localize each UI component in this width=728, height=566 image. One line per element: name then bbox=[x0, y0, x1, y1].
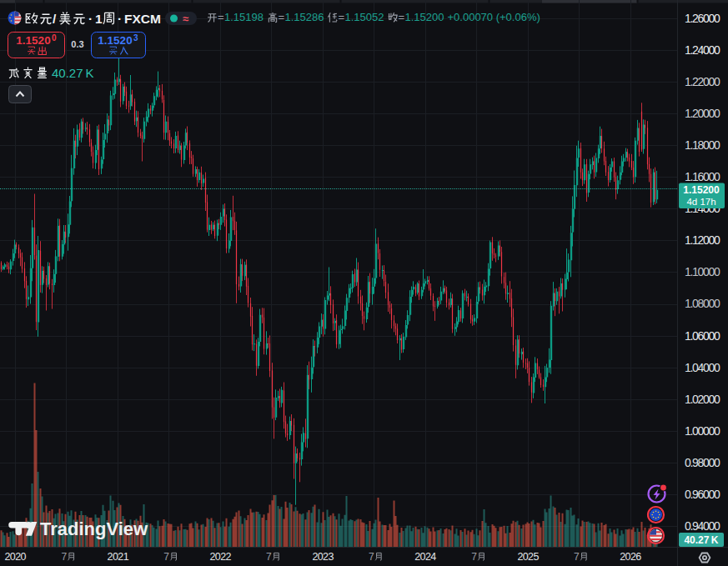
svg-text:TradingView: TradingView bbox=[40, 518, 148, 539]
svg-text:40.27 K: 40.27 K bbox=[684, 534, 718, 546]
svg-text:7: 7 bbox=[266, 551, 272, 563]
svg-text:2021: 2021 bbox=[108, 551, 129, 563]
svg-text:0.96000: 0.96000 bbox=[685, 488, 720, 501]
svg-text:=: = bbox=[399, 11, 405, 23]
svg-text:2023: 2023 bbox=[312, 551, 334, 563]
svg-text:2026: 2026 bbox=[620, 551, 641, 563]
svg-text:1.20000: 1.20000 bbox=[685, 107, 720, 120]
svg-text:1: 1 bbox=[95, 12, 103, 26]
svg-text:1.02000: 1.02000 bbox=[685, 393, 720, 406]
svg-text:1.24000: 1.24000 bbox=[685, 43, 720, 57]
svg-text:7: 7 bbox=[471, 551, 477, 563]
svg-text:1.15200: 1.15200 bbox=[405, 11, 444, 23]
svg-text:1.1520: 1.1520 bbox=[98, 34, 132, 47]
svg-text:1.12000: 1.12000 bbox=[685, 233, 720, 247]
svg-text:=: = bbox=[339, 11, 345, 23]
svg-text:·: · bbox=[88, 12, 93, 26]
svg-text:1.15198: 1.15198 bbox=[224, 11, 264, 23]
svg-text:1.15052: 1.15052 bbox=[345, 11, 384, 23]
svg-text:3: 3 bbox=[133, 33, 138, 43]
svg-text:0.94000: 0.94000 bbox=[685, 519, 720, 533]
svg-text:1.26000: 1.26000 bbox=[685, 12, 720, 25]
svg-text:2022: 2022 bbox=[209, 551, 231, 563]
svg-text:7: 7 bbox=[163, 551, 169, 563]
svg-text:1.16000: 1.16000 bbox=[685, 170, 720, 183]
svg-text:0: 0 bbox=[52, 33, 57, 43]
svg-text:=: = bbox=[218, 11, 224, 23]
svg-text:7: 7 bbox=[61, 551, 67, 563]
svg-text:0.98000: 0.98000 bbox=[685, 456, 720, 469]
svg-text:1.15286: 1.15286 bbox=[285, 11, 324, 23]
svg-text:=: = bbox=[279, 11, 285, 23]
svg-text:1.04000: 1.04000 bbox=[685, 361, 720, 374]
svg-text:2024: 2024 bbox=[414, 551, 436, 563]
svg-text:2020: 2020 bbox=[4, 551, 26, 563]
svg-text:1.15200: 1.15200 bbox=[683, 184, 720, 196]
svg-text:1.08000: 1.08000 bbox=[685, 297, 720, 310]
svg-text:2025: 2025 bbox=[517, 551, 539, 563]
svg-text:·: · bbox=[118, 12, 122, 26]
svg-text:+0.00070 (+0.06%): +0.00070 (+0.06%) bbox=[448, 11, 540, 23]
svg-text:/: / bbox=[53, 12, 57, 26]
svg-text:0.3: 0.3 bbox=[71, 39, 83, 49]
svg-text:7: 7 bbox=[574, 551, 580, 563]
svg-text:1.22000: 1.22000 bbox=[685, 75, 720, 88]
svg-text:1.06000: 1.06000 bbox=[685, 329, 720, 343]
svg-text:FXCM: FXCM bbox=[124, 12, 161, 26]
svg-text:7: 7 bbox=[369, 551, 374, 563]
svg-text:40.27 K: 40.27 K bbox=[52, 66, 94, 80]
svg-text:4d 17h: 4d 17h bbox=[686, 197, 715, 207]
svg-text:1.00000: 1.00000 bbox=[685, 424, 720, 438]
svg-text:1.10000: 1.10000 bbox=[685, 265, 720, 278]
svg-text:1.1520: 1.1520 bbox=[16, 34, 50, 47]
svg-text:≈: ≈ bbox=[183, 13, 188, 25]
svg-text:1.18000: 1.18000 bbox=[685, 138, 720, 152]
